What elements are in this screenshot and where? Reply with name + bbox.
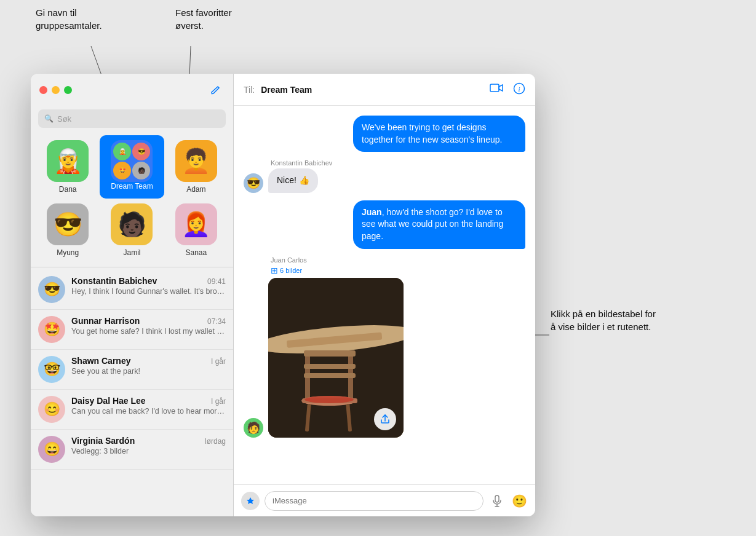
conv-preview-daisy: Can you call me back? I'd love to hear m… (71, 407, 226, 416)
search-placeholder: Søk (57, 114, 71, 124)
chat-to-name: Dream Team (261, 85, 312, 95)
message-sent-2: Juan, how'd the shoot go? I'd love to se… (244, 200, 525, 249)
share-button[interactable] (374, 408, 396, 430)
annotation-group-name: Gi navn tilgruppesamtaler. (36, 6, 159, 32)
svg-rect-19 (495, 495, 499, 502)
favorites-grid: 🧝 Dana 🧝 😎 🤩 🧑🏿 Dream Team 🧑‍🦱 Adam (31, 133, 233, 267)
avatar-konstantin: 😎 (38, 276, 65, 303)
svg-rect-3 (490, 84, 499, 92)
conv-content-gunnar: Gunnar Harrison 07:34 You get home safe?… (71, 316, 226, 336)
fav-label-dream-team: Dream Team (111, 182, 153, 191)
maximize-button[interactable] (64, 86, 72, 94)
msg-avatar-juan: 🧑 (244, 418, 263, 438)
search-bar[interactable]: 🔍 Søk (38, 109, 226, 128)
app-store-button[interactable] (241, 492, 260, 510)
conv-time-gunnar: 07:34 (207, 317, 226, 326)
conv-preview-virginia: Vedlegg: 3 bilder (71, 447, 226, 455)
favorite-item-jamil[interactable]: 🧑🏿 Jamil (100, 199, 164, 262)
favorites-divider (31, 267, 233, 267)
sender-name-konstantin: Konstantin Babichev (271, 159, 332, 167)
msg-avatar-konstantin: 😎 (244, 173, 263, 193)
fav-label-sanaa: Sanaa (185, 248, 207, 257)
message-sent-1: We've been trying to get designs togethe… (244, 116, 525, 152)
avatar-jamil: 🧑🏿 (111, 203, 153, 245)
message-received-konstantin: Konstantin Babichev 😎 Nice! 👍 (244, 159, 525, 193)
avatar-gunnar: 🤩 (38, 316, 65, 343)
conv-item-konstantin[interactable]: 😎 Konstantin Babichev 09:41 Hey, I think… (31, 270, 233, 310)
chat-to-label: Til: (244, 85, 255, 95)
conv-item-gunnar[interactable]: 🤩 Gunnar Harrison 07:34 You get home saf… (31, 310, 233, 350)
conv-preview-konstantin: Hey, I think I found Gunnar's wallet. It… (71, 287, 226, 296)
conv-item-virginia[interactable]: 😄 Virginia Sardón lørdag Vedlegg: 3 bild… (31, 430, 233, 470)
conv-time-virginia: lørdag (205, 437, 226, 446)
fav-label-myung: Myung (57, 248, 79, 257)
avatar-dream-team: 🧝 😎 🤩 🧑🏿 (111, 140, 153, 182)
annotation-photo-stack: Klikk på en bildestabel forå vise bilder… (551, 307, 686, 333)
emoji-button[interactable]: 🙂 (511, 492, 528, 510)
sender-name-juan: Juan Carlos (271, 256, 307, 264)
conv-name-shawn: Shawn Carney (71, 356, 130, 366)
avatar-sanaa: 👩‍🦰 (175, 203, 217, 245)
chat-header: Til: Dream Team i (234, 74, 535, 106)
conv-name-gunnar: Gunnar Harrison (71, 316, 140, 326)
bubble-received-konstantin: Nice! 👍 (268, 168, 318, 193)
info-button[interactable]: i (513, 82, 525, 97)
search-icon: 🔍 (44, 114, 54, 123)
message-input[interactable] (265, 491, 483, 511)
message-photo-juan: Juan Carlos ⊞ 6 bilder 🧑 (244, 256, 525, 438)
conv-content-konstantin: Konstantin Babichev 09:41 Hey, I think I… (71, 276, 226, 296)
conv-content-daisy: Daisy Dal Hae Lee I går Can you call me … (71, 396, 226, 416)
conv-item-daisy[interactable]: 😊 Daisy Dal Hae Lee I går Can you call m… (31, 390, 233, 430)
minimize-button[interactable] (52, 86, 60, 94)
conv-name-virginia: Virginia Sardón (71, 436, 135, 446)
fav-label-dana: Dana (59, 185, 77, 194)
photo-stack-container: 🧑 (244, 278, 404, 438)
chat-messages: We've been trying to get designs togethe… (234, 106, 535, 484)
conv-time-konstantin: 09:41 (207, 277, 226, 286)
svg-rect-13 (304, 373, 356, 378)
fav-label-adam: Adam (186, 185, 205, 194)
compose-button[interactable] (207, 81, 225, 98)
conv-preview-shawn: See you at the park! (71, 367, 226, 376)
app-window: 🔍 Søk 🧝 Dana 🧝 😎 🤩 🧑🏿 Dream Team (31, 74, 535, 516)
conv-preview-gunnar: You get home safe? I think I lost my wal… (71, 327, 226, 336)
conv-item-shawn[interactable]: 🤓 Shawn Carney I går See you at the park… (31, 350, 233, 390)
conv-time-daisy: I går (211, 397, 226, 406)
avatar-myung: 😎 (47, 203, 89, 245)
chat-header-actions: i (490, 82, 525, 97)
bubble-sent-1: We've been trying to get designs togethe… (353, 116, 525, 152)
traffic-lights (39, 86, 72, 94)
video-call-button[interactable] (490, 82, 503, 97)
fav-label-jamil: Jamil (123, 248, 140, 257)
avatar-adam: 🧑‍🦱 (175, 140, 217, 182)
bubble-sent-2: Juan, how'd the shoot go? I'd love to se… (353, 200, 525, 249)
conv-name-konstantin: Konstantin Babichev (71, 276, 157, 286)
conv-content-virginia: Virginia Sardón lørdag Vedlegg: 3 bilder (71, 436, 226, 455)
conv-name-daisy: Daisy Dal Hae Lee (71, 396, 146, 406)
conv-content-shawn: Shawn Carney I går See you at the park! (71, 356, 226, 376)
svg-text:i: i (518, 85, 520, 92)
favorite-item-sanaa[interactable]: 👩‍🦰 Sanaa (164, 199, 228, 262)
chat-input-area: 🙂 (234, 484, 535, 516)
favorite-item-adam[interactable]: 🧑‍🦱 Adam (164, 135, 228, 199)
svg-point-18 (304, 396, 354, 403)
chat-area: Til: Dream Team i (234, 74, 535, 516)
photo-count: ⊞ 6 bilder (271, 266, 302, 275)
voice-button[interactable] (488, 492, 506, 510)
favorite-item-dana[interactable]: 🧝 Dana (36, 135, 100, 199)
avatar-shawn: 🤓 (38, 356, 65, 383)
titlebar (31, 74, 233, 106)
annotation-pin-favorites: Fest favoritterøverst. (175, 6, 274, 32)
close-button[interactable] (39, 86, 47, 94)
conversation-list[interactable]: 😎 Konstantin Babichev 09:41 Hey, I think… (31, 270, 233, 516)
avatar-daisy: 😊 (38, 396, 65, 423)
svg-rect-12 (304, 364, 356, 369)
avatar-virginia: 😄 (38, 436, 65, 463)
photo-stack[interactable] (268, 278, 404, 438)
avatar-dana: 🧝 (47, 140, 89, 182)
sidebar: 🔍 Søk 🧝 Dana 🧝 😎 🤩 🧑🏿 Dream Team (31, 74, 234, 516)
conv-time-shawn: I går (211, 357, 226, 366)
favorite-item-dream-team[interactable]: 🧝 😎 🤩 🧑🏿 Dream Team (100, 135, 164, 199)
favorite-item-myung[interactable]: 😎 Myung (36, 199, 100, 262)
svg-rect-11 (304, 350, 356, 357)
